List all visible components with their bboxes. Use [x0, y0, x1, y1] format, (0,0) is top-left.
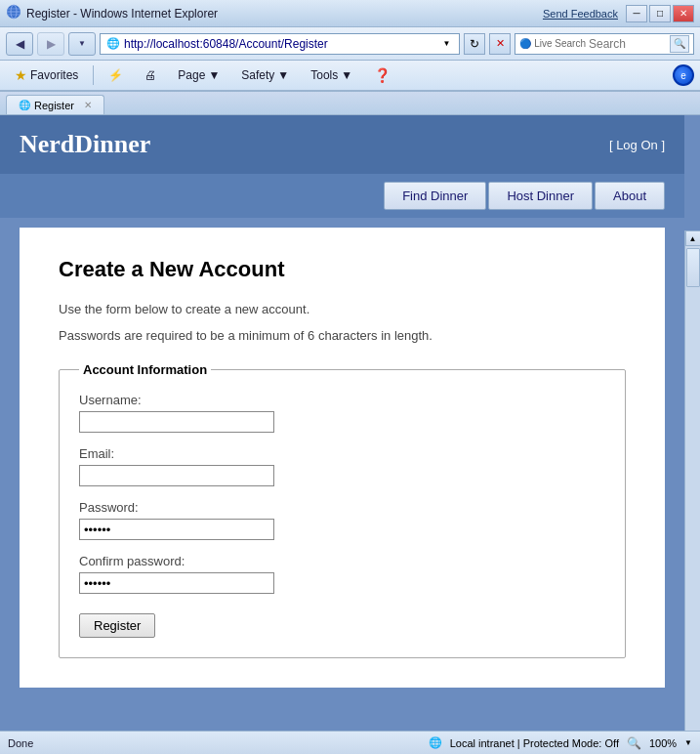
live-search-area: 🔵 Live Search 🔍	[515, 33, 694, 55]
window-title: Register - Windows Internet Explorer	[26, 7, 543, 21]
address-bar: ◀ ▶ ▼ 🌐 http://localhost:60848/Account/R…	[0, 27, 700, 61]
security-zone-text: Local intranet | Protected Mode: Off	[450, 737, 619, 749]
nav-bar: Find Dinner Host Dinner About	[0, 174, 684, 218]
back-button[interactable]: ◀	[6, 32, 33, 56]
star-icon: ★	[15, 67, 27, 83]
email-input[interactable]	[79, 465, 274, 486]
ie-logo: e	[673, 64, 694, 86]
username-input[interactable]	[79, 411, 274, 433]
password-input[interactable]	[79, 519, 274, 540]
address-icon: 🌐	[106, 37, 120, 50]
page-label: Page	[178, 68, 205, 82]
scroll-thumb[interactable]	[686, 248, 700, 287]
browser-content: ▲ ▼ NerdDinner [ Log On ] Find Dinner Ho…	[0, 115, 700, 731]
zoom-icon: 🔍	[627, 736, 641, 750]
account-info-fieldset: Account Information Username: Email: Pas…	[59, 362, 626, 658]
confirm-password-input[interactable]	[79, 572, 274, 594]
confirm-password-label: Confirm password:	[79, 554, 605, 568]
print-button[interactable]: 🖨	[136, 63, 165, 87]
search-input[interactable]	[589, 37, 667, 51]
about-button[interactable]: About	[595, 182, 665, 210]
minimize-button[interactable]: ─	[626, 5, 647, 22]
scrollbar-right[interactable]: ▲ ▼	[684, 230, 700, 731]
instruction-text-1: Use the form below to create a new accou…	[59, 302, 626, 316]
address-input-container[interactable]: 🌐 http://localhost:60848/Account/Registe…	[100, 33, 460, 55]
address-dropdown-arrow[interactable]: ▼	[439, 39, 453, 48]
search-go-button[interactable]: 🔍	[670, 35, 689, 53]
content-panel: Create a New Account Use the form below …	[20, 228, 665, 688]
browser-icon	[6, 4, 21, 22]
email-label: Email:	[79, 446, 605, 461]
restore-button[interactable]: □	[649, 5, 671, 22]
fieldset-legend: Account Information	[79, 362, 211, 377]
zoom-level: 100%	[649, 737, 677, 749]
username-label: Username:	[79, 393, 605, 407]
tools-label: Tools	[310, 68, 338, 82]
tab-register[interactable]: 🌐 Register ✕	[6, 95, 104, 114]
app-header: NerdDinner [ Log On ]	[0, 115, 684, 174]
find-dinner-button[interactable]: Find Dinner	[384, 182, 486, 210]
rss-button[interactable]: ⚡	[100, 63, 132, 87]
confirm-password-field: Confirm password:	[79, 554, 605, 594]
scroll-up-arrow[interactable]: ▲	[685, 230, 701, 246]
live-search-logo: 🔵 Live Search	[519, 38, 586, 49]
status-text: Done	[8, 737, 421, 749]
favorites-button[interactable]: ★ Favorites	[6, 63, 87, 87]
password-field: Password:	[79, 500, 605, 540]
globe-icon: 🌐	[429, 736, 442, 749]
scroll-track	[685, 246, 700, 731]
safety-button[interactable]: Safety ▼	[232, 63, 298, 87]
register-button[interactable]: Register	[79, 613, 155, 638]
app-title: NerdDinner	[20, 130, 150, 159]
host-dinner-button[interactable]: Host Dinner	[488, 182, 593, 210]
username-field: Username:	[79, 393, 605, 433]
toolbar-separator	[93, 65, 94, 85]
email-field: Email:	[79, 446, 605, 486]
forward-button[interactable]: ▶	[37, 32, 64, 56]
page-heading: Create a New Account	[59, 257, 626, 282]
toolbar: ★ Favorites ⚡ 🖨 Page ▼ Safety ▼ Tools ▼ …	[0, 61, 700, 92]
zoom-dropdown-arrow[interactable]: ▼	[684, 738, 692, 747]
window-controls: ─ □ ✕	[626, 5, 694, 22]
stop-button[interactable]: ✕	[489, 33, 511, 55]
favorites-label: Favorites	[30, 68, 78, 82]
tab-bar: 🌐 Register ✕	[0, 92, 700, 115]
instruction-text-2: Passwords are required to be a minimum o…	[59, 328, 626, 343]
safety-label: Safety	[241, 68, 274, 82]
status-bar: Done 🌐 Local intranet | Protected Mode: …	[0, 731, 700, 754]
send-feedback-link[interactable]: Send Feedback	[543, 8, 618, 20]
address-text[interactable]: http://localhost:60848/Account/Register	[124, 37, 439, 51]
page-button[interactable]: Page ▼	[169, 63, 228, 87]
close-button[interactable]: ✕	[673, 5, 694, 22]
refresh-button[interactable]: ↻	[464, 33, 485, 55]
title-bar: Register - Windows Internet Explorer Sen…	[0, 0, 700, 27]
tab-close-icon[interactable]: ✕	[84, 100, 92, 110]
log-on-link[interactable]: [ Log On ]	[609, 138, 665, 152]
down-arrow-button[interactable]: ▼	[68, 32, 96, 56]
tab-label: Register	[34, 100, 74, 111]
password-label: Password:	[79, 500, 605, 515]
help-button[interactable]: ❓	[365, 63, 399, 87]
tools-button[interactable]: Tools ▼	[302, 63, 361, 87]
ie-tab-icon: 🌐	[19, 100, 30, 110]
